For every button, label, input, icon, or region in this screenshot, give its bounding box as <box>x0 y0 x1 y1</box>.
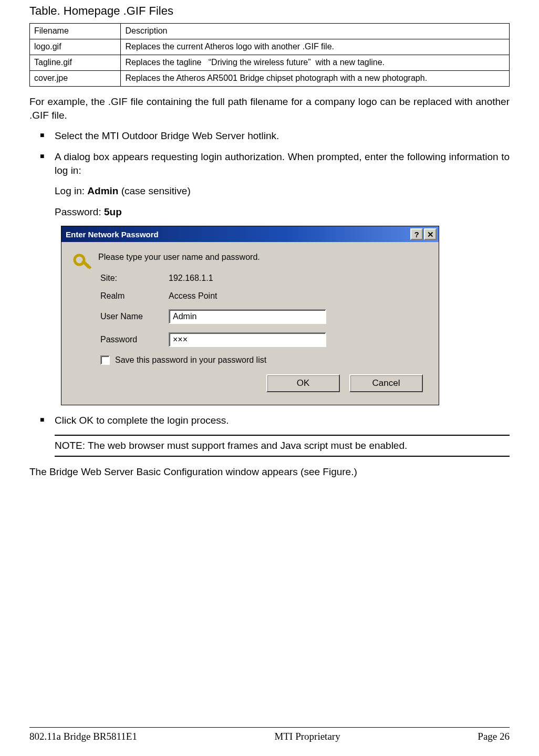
cancel-button[interactable]: Cancel <box>349 374 423 392</box>
username-input[interactable]: Admin <box>169 309 326 324</box>
bullet-item: Click OK to complete the login process. <box>40 414 510 427</box>
table-header-row: Filename Description <box>30 24 510 39</box>
dialog-titlebar: Enter Network Password ? ✕ <box>61 226 439 242</box>
table-row: cover.jpe Replaces the Atheros AR5001 Br… <box>30 71 510 87</box>
intro-paragraph: For example, the .GIF file containing th… <box>29 95 510 122</box>
close-button[interactable]: ✕ <box>424 228 437 240</box>
password-value: 5up <box>104 206 122 217</box>
cell-filename: Tagline.gif <box>30 55 121 71</box>
login-value: Admin <box>87 185 118 196</box>
table-row: Tagline.gif Replaces the tagline “Drivin… <box>30 55 510 71</box>
cell-filename: cover.jpe <box>30 71 121 87</box>
outro-paragraph: The Bridge Web Server Basic Configuratio… <box>29 465 510 479</box>
bullet-item: A dialog box appears requesting login au… <box>40 150 510 177</box>
note-box: NOTE: The web browser must support frame… <box>55 435 510 457</box>
username-label: User Name <box>100 312 169 321</box>
ok-button[interactable]: OK <box>266 374 340 392</box>
footer-left: 802.11a Bridge BR5811E1 <box>29 731 137 742</box>
table-row: logo.gif Replaces the current Atheros lo… <box>30 39 510 55</box>
network-password-dialog: Enter Network Password ? ✕ Please typ <box>61 226 439 405</box>
page-footer: 802.11a Bridge BR5811E1 MTI Proprietary … <box>29 727 510 742</box>
footer-center: MTI Proprietary <box>275 731 340 742</box>
gif-files-table: Filename Description logo.gif Replaces t… <box>29 23 510 87</box>
dialog-title: Enter Network Password <box>66 230 159 239</box>
realm-label: Realm <box>100 291 169 301</box>
password-line: Password: 5up <box>55 205 510 219</box>
col-filename: Filename <box>30 24 121 39</box>
col-description: Description <box>121 24 510 39</box>
realm-value: Access Point <box>169 291 428 301</box>
key-icon <box>72 253 98 392</box>
site-value: 192.168.1.1 <box>169 274 428 283</box>
table-title: Table. Homepage .GIF Files <box>29 4 510 18</box>
cell-description: Replaces the tagline “Driving the wirele… <box>121 55 510 71</box>
login-line: Log in: Admin (case sensitive) <box>55 184 510 198</box>
bullet-item: Select the MTI Outdoor Bridge Web Server… <box>40 129 510 143</box>
cell-description: Replaces the current Atheros logo with a… <box>121 39 510 55</box>
save-password-checkbox[interactable] <box>100 355 110 365</box>
site-label: Site: <box>100 274 169 283</box>
password-label: Password <box>100 335 169 344</box>
footer-right: Page 26 <box>478 731 510 742</box>
help-button[interactable]: ? <box>410 228 423 240</box>
dialog-message: Please type your user name and password. <box>98 253 428 262</box>
password-prefix: Password: <box>55 206 104 217</box>
password-input[interactable]: ××× <box>169 332 326 347</box>
login-suffix: (case sensitive) <box>118 185 190 196</box>
cell-description: Replaces the Atheros AR5001 Bridge chips… <box>121 71 510 87</box>
login-prefix: Log in: <box>55 185 87 196</box>
save-password-label: Save this password in your password list <box>115 355 266 365</box>
cell-filename: logo.gif <box>30 39 121 55</box>
